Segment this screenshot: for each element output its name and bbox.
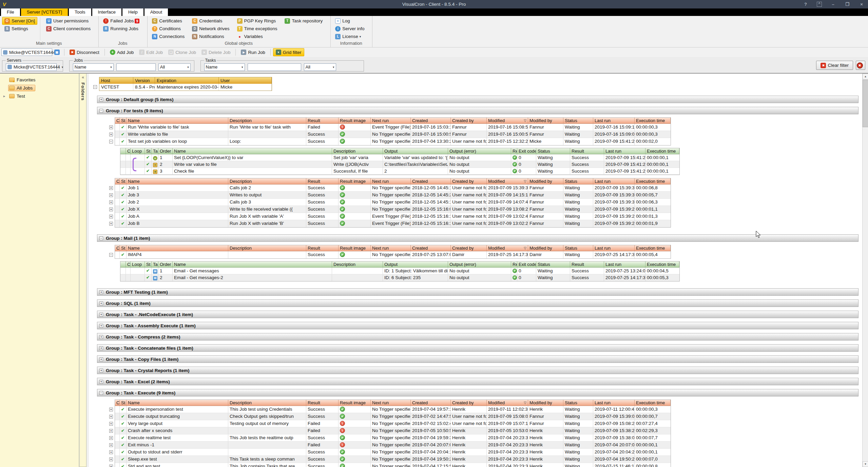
- column-header-host[interactable]: Host: [99, 77, 133, 84]
- expand-row-box[interactable]: +: [109, 458, 113, 461]
- task-row[interactable]: ✔2Write var value to fileWrite ({JOB(Act…: [120, 161, 679, 168]
- column-header-name[interactable]: Name: [173, 148, 332, 154]
- column-header-execution-time[interactable]: Execution time: [635, 178, 671, 184]
- column-header-next-run[interactable]: Next run: [371, 400, 411, 406]
- column-header-execution-time[interactable]: Execution time: [645, 261, 679, 268]
- column-header-re[interactable]: Re: [511, 148, 517, 154]
- column-header-st[interactable]: St: [145, 148, 152, 154]
- server-row[interactable]: VCTEST 8.5.4 - Pro Maintenance expires 2…: [99, 84, 272, 91]
- collapse-sidebar-button[interactable]: «: [82, 75, 84, 80]
- job-row[interactable]: +✔Std and arg testThis Job contains Task…: [115, 463, 671, 467]
- jobs-filter-field-select[interactable]: Name ▾: [73, 63, 114, 71]
- job-row[interactable]: +✔Job 3Writes to outputSuccess✔No Trigge…: [115, 192, 671, 199]
- column-header-execution-time[interactable]: Execution time: [635, 245, 671, 251]
- task-row[interactable]: ✔1Email - Get messagesID: 1 Subject: Väl…: [120, 268, 679, 274]
- column-header-order[interactable]: Order: [158, 148, 173, 154]
- job-row[interactable]: +✔Execute realtime testThis Job tests th…: [115, 434, 671, 442]
- tasks-filter-scope-select[interactable]: All ▾: [304, 63, 336, 71]
- column-header-description[interactable]: Description: [228, 118, 306, 124]
- task-row[interactable]: ✔2Email - Get messages-2ID: 6 Subject: 2…: [120, 274, 679, 281]
- group-bar-group-task-assembly-execute-1-item[interactable]: +Group : Task - Assembly Execute (1 item…: [97, 322, 859, 329]
- jobs-filter-input[interactable]: [116, 63, 156, 71]
- expand-row-box[interactable]: +: [109, 443, 113, 447]
- expand-group-box[interactable]: +: [99, 313, 103, 316]
- expand-row-box[interactable]: +: [109, 222, 113, 226]
- group-bar-group-mail-1-item[interactable]: −Group : Mail (1 item): [97, 234, 859, 242]
- column-header-created-by[interactable]: Created by: [451, 245, 487, 251]
- titlebar-help-button[interactable]: ?: [803, 2, 809, 7]
- scrollbar-thumb[interactable]: [863, 80, 868, 127]
- column-header-execution-time[interactable]: Execution time: [645, 148, 679, 154]
- group-bar-group-default-group-5-items[interactable]: +Group : Default group (5 items): [97, 96, 859, 103]
- expand-group-box[interactable]: +: [99, 369, 103, 372]
- column-header-loop[interactable]: Loop: [131, 261, 145, 268]
- column-header-execution-time[interactable]: Execution time: [635, 118, 671, 124]
- expand-row-box[interactable]: +: [109, 465, 113, 467]
- group-bar-group-for-tests-9-items[interactable]: −Group : For tests (9 items): [97, 107, 859, 114]
- column-header-result-image[interactable]: Result image: [339, 178, 371, 184]
- scroll-up-button[interactable]: ▲: [863, 74, 868, 79]
- ribbon-item-task-repository[interactable]: Task repository: [282, 17, 325, 25]
- job-row[interactable]: +✔Job 2Calls job 3Success✔No Trigger spe…: [115, 199, 671, 206]
- ribbon-item-time-exceptions[interactable]: Time exceptions: [235, 25, 280, 33]
- sidebar-item-favorites[interactable]: Favorites: [0, 76, 79, 84]
- column-header-st[interactable]: St: [120, 178, 127, 184]
- group-bar-group-task-compress-2-items[interactable]: +Group : Task - Compress (2 items): [97, 333, 859, 340]
- job-row[interactable]: +✔Job ARun Job X with variable 'A'Succes…: [115, 213, 671, 220]
- column-header-modified[interactable]: Modified▽: [487, 400, 528, 406]
- expand-row-box[interactable]: +: [109, 125, 113, 129]
- ribbon-item-license[interactable]: License▾: [333, 33, 367, 40]
- expander-icon[interactable]: ▸: [3, 94, 8, 98]
- ribbon-item-running-jobs[interactable]: Running Jobs: [101, 25, 142, 33]
- column-header-created[interactable]: Created: [411, 118, 451, 124]
- ribbon-item-server-on[interactable]: Server [On]: [2, 17, 37, 25]
- expand-group-box[interactable]: +: [99, 357, 103, 361]
- expand-row-box[interactable]: +: [109, 193, 113, 197]
- ribbon-item-variables[interactable]: Variables: [235, 33, 280, 40]
- column-header-last-run[interactable]: Last run: [604, 148, 645, 154]
- ribbon-item-server-info[interactable]: Server info: [333, 25, 367, 33]
- sidebar-item-test[interactable]: ▸Test: [0, 92, 79, 100]
- column-header-status[interactable]: Status: [536, 148, 570, 154]
- group-bar-group-mft-testing-1-item[interactable]: +Group : MFT Testing (1 item): [97, 288, 859, 296]
- expand-group-box[interactable]: +: [99, 98, 103, 101]
- column-header-result-image[interactable]: Result image: [339, 118, 371, 124]
- job-row[interactable]: +✔Execute output truncatingCheck Output …: [115, 413, 671, 420]
- expand-group-box[interactable]: +: [99, 290, 103, 294]
- tab-interface[interactable]: Interface: [92, 8, 122, 16]
- expand-row-box[interactable]: +: [109, 200, 113, 204]
- scroll-down-button[interactable]: ▼: [863, 461, 868, 467]
- titlebar-collapse-ribbon-button[interactable]: ^: [817, 2, 822, 7]
- job-row[interactable]: +✔Execute impersonation testThis Job tes…: [115, 406, 671, 413]
- column-header-created[interactable]: Created: [411, 400, 451, 406]
- ribbon-item-log[interactable]: Log: [333, 17, 367, 25]
- expand-row-box[interactable]: +: [109, 408, 113, 411]
- column-header-st[interactable]: St: [120, 118, 127, 124]
- run-job-button[interactable]: Run Job: [238, 48, 268, 56]
- column-header-description[interactable]: Description: [332, 148, 383, 154]
- column-header-order[interactable]: Order: [158, 261, 173, 268]
- tab-file[interactable]: File: [1, 8, 20, 16]
- ribbon-item-failed-jobs[interactable]: Failed Jobs9: [101, 17, 142, 25]
- folders-strip-label[interactable]: Folders: [80, 82, 85, 101]
- expand-row-box[interactable]: +: [109, 436, 113, 440]
- column-header-co[interactable]: Co: [126, 261, 131, 268]
- column-header-result-image[interactable]: Result image: [339, 245, 371, 251]
- ribbon-item-user-permissions[interactable]: User permissions: [44, 17, 93, 25]
- column-header-created-by[interactable]: Created by: [451, 118, 487, 124]
- group-bar-group-task-copy-files-1-item[interactable]: +Group : Task - Copy Files (1 item): [97, 355, 859, 363]
- group-bar-group-task-crystal-reports-1-item[interactable]: +Group : Task - Crystal Reports (1 item): [97, 367, 859, 374]
- collapse-row-box[interactable]: −: [109, 140, 113, 143]
- column-header-status[interactable]: Status: [563, 400, 593, 406]
- expand-group-box[interactable]: +: [99, 301, 103, 305]
- collapse-row-box[interactable]: −: [109, 253, 113, 257]
- column-header-exit-code[interactable]: Exit code: [517, 148, 536, 154]
- column-header-execution-time[interactable]: Execution time: [635, 400, 671, 406]
- expand-row-box[interactable]: +: [109, 133, 113, 136]
- job-row[interactable]: +✔Job BRun Job X with variable 'B'Succes…: [115, 220, 671, 227]
- ribbon-item-connections[interactable]: Connections: [150, 33, 187, 40]
- column-header-last-run[interactable]: Last run: [593, 178, 635, 184]
- column-header-exit-code[interactable]: Exit code: [517, 261, 536, 268]
- job-row[interactable]: +✔Crash after x secondsFailed!No Trigger…: [115, 427, 671, 434]
- column-header-ta[interactable]: Ta: [152, 261, 158, 268]
